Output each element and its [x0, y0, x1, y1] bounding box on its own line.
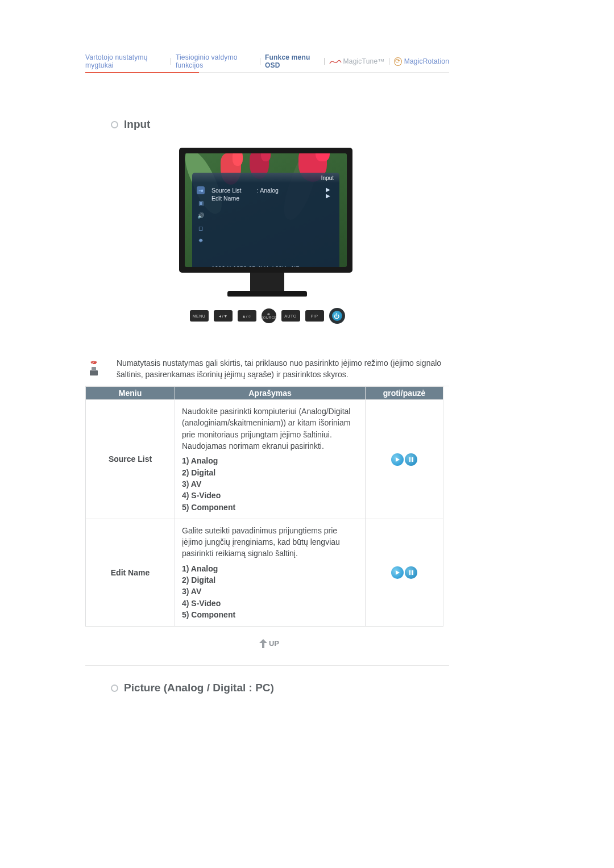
heading-text: Picture (Analog / Digital : PC): [124, 682, 274, 694]
play-icon[interactable]: [391, 566, 404, 579]
menu-desc: Galite suteikti pavadinimus prijungtiems…: [175, 519, 366, 626]
bullet-icon: [111, 685, 118, 692]
th-pp: groti/pauzė: [366, 387, 443, 400]
osd-title: Input: [321, 175, 334, 181]
nav-link[interactable]: Vartotojo nustatymų mygtukai: [85, 53, 166, 69]
divider: [389, 58, 389, 65]
osd-row: Edit Name: [211, 194, 326, 202]
note-text: Numatytasis nustatymas gali skirtis, tai…: [117, 358, 449, 380]
nav-underline: [85, 72, 449, 73]
pip-icon: ◻: [197, 224, 205, 232]
pip-button: PIP: [305, 310, 324, 322]
up-button: ▲/☼: [238, 310, 256, 322]
play-icon[interactable]: [391, 453, 404, 466]
magicrotation-icon: [394, 57, 401, 66]
monitor-figure: Input ⇥ ▣ 🔊 ◻ ✸ Source Lis: [179, 148, 355, 324]
menu-button: MENU: [190, 310, 209, 322]
table-row: Edit Name Galite suteikti pavadinimus pr…: [86, 519, 443, 626]
pause-icon[interactable]: [405, 566, 417, 579]
section-heading-input: Input: [111, 118, 449, 131]
play-pause[interactable]: [366, 400, 443, 519]
section-heading-picture: Picture (Analog / Digital : PC): [111, 682, 449, 694]
osd-panel: Input ⇥ ▣ 🔊 ◻ ✸ Source Lis: [192, 173, 339, 267]
heading-text: Input: [124, 118, 150, 131]
nav-link[interactable]: Tiesioginio valdymo funkcijos: [176, 53, 255, 69]
svg-rect-0: [90, 370, 98, 375]
auto-button: AUTO: [281, 310, 300, 322]
section-divider: [85, 665, 449, 666]
pause-icon[interactable]: [405, 453, 417, 466]
sound-icon: 🔊: [197, 211, 205, 219]
menu-name: Edit Name: [86, 519, 175, 626]
picture-icon: ▣: [197, 199, 205, 207]
up-link[interactable]: UP: [85, 627, 449, 665]
svg-rect-1: [92, 367, 96, 371]
play-pause[interactable]: [366, 519, 443, 626]
nav-link[interactable]: MagicRotation: [404, 57, 449, 65]
table-row: Source List Naudokite pasirinkti kompiut…: [86, 400, 443, 519]
th-menu: Meniu: [86, 387, 175, 400]
source-button: ⊕ SOURCE: [262, 308, 276, 323]
divider: [260, 58, 260, 65]
bullet-icon: [111, 121, 118, 128]
osd-row: Source List : Analog: [211, 186, 326, 194]
th-desc: Aprašymas: [175, 387, 366, 400]
menu-desc: Naudokite pasirinkti kompiuteriui (Analo…: [175, 400, 366, 519]
osd-resolution: 1680 X 1050 65.4kHz/ 60Hz NP: [192, 244, 339, 267]
note-icon: ✓: [85, 358, 102, 377]
power-button: ⏻: [329, 308, 345, 324]
divider: [171, 58, 171, 65]
top-nav: Vartotojo nustatymų mygtukai Tiesioginio…: [85, 51, 449, 70]
divider: [324, 58, 325, 65]
svg-text:✓: ✓: [92, 361, 95, 365]
arrow-icons: ▶▶: [326, 186, 334, 244]
note-row: ✓ Numatytasis nustatymas gali skirtis, t…: [85, 358, 449, 386]
menu-table: Meniu Aprašymas groti/pauzė Source List …: [85, 386, 443, 627]
magictune-icon: [329, 57, 343, 65]
input-icon: ⇥: [197, 186, 205, 194]
nav-link-active[interactable]: Funkce menu OSD: [265, 53, 320, 69]
nav-link[interactable]: MagicTune™: [343, 57, 385, 65]
down-button: ◄/▼: [214, 310, 233, 322]
monitor-buttons: MENU ◄/▼ ▲/☼ ⊕ SOURCE AUTO PIP ⏻: [179, 297, 355, 324]
setup-icon: ✸: [197, 236, 205, 244]
menu-name: Source List: [86, 400, 175, 519]
